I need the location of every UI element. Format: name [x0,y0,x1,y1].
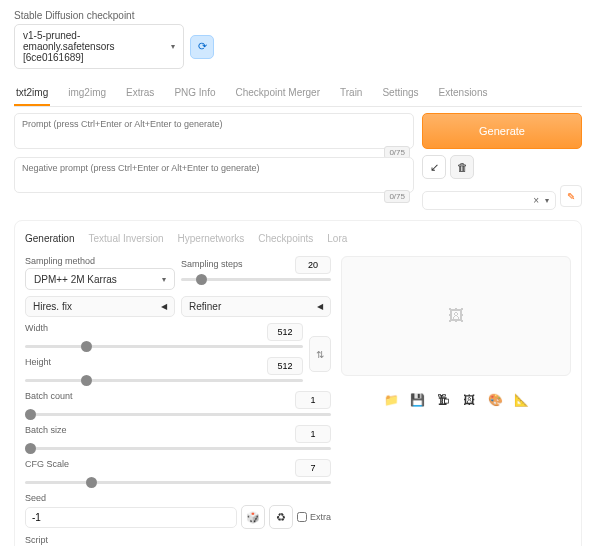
sampling-steps-label: Sampling steps [181,259,243,269]
batch-count-slider[interactable] [25,409,331,419]
subtab-hyper[interactable]: Hypernetworks [178,231,245,246]
batch-size-value[interactable] [295,425,331,443]
checkpoint-label: Stable Diffusion checkpoint [14,10,582,21]
swap-dimensions-button[interactable]: ⇅ [309,336,331,372]
subtab-ckpt[interactable]: Checkpoints [258,231,313,246]
cfg-label: CFG Scale [25,459,69,475]
checkpoint-select[interactable]: v1-5-pruned-emaonly.safetensors [6ce0161… [14,24,184,69]
tab-ckptmerger[interactable]: Checkpoint Merger [234,83,322,106]
height-label: Height [25,357,51,373]
arrow-button[interactable]: ↙ [422,155,446,179]
seed-reuse-button[interactable]: ♻ [269,505,293,529]
seed-input[interactable] [25,507,237,528]
tab-extras[interactable]: Extras [124,83,156,106]
negative-prompt-counter: 0/75 [384,190,410,203]
seed-random-button[interactable]: 🎲 [241,505,265,529]
tab-train[interactable]: Train [338,83,364,106]
output-preview: 🖼 [341,256,571,376]
cfg-slider[interactable] [25,477,331,487]
negative-prompt-input[interactable] [14,157,414,193]
width-label: Width [25,323,48,339]
save-icon[interactable]: 💾 [409,392,425,408]
batch-count-label: Batch count [25,391,73,407]
sampling-steps-slider[interactable] [181,274,331,284]
script-label: Script [25,535,331,545]
tab-pnginfo[interactable]: PNG Info [172,83,217,106]
send-extras-icon[interactable]: 📐 [513,392,529,408]
refresh-checkpoint-button[interactable]: ⟳ [190,35,214,59]
tab-settings[interactable]: Settings [380,83,420,106]
styles-caret-icon[interactable]: ▾ [545,196,549,205]
folder-icon[interactable]: 📁 [383,392,399,408]
prompt-input[interactable] [14,113,414,149]
refiner-collapse[interactable]: Refiner◀ [181,296,331,317]
batch-count-value[interactable] [295,391,331,409]
sampling-method-label: Sampling method [25,256,175,266]
caret-left-icon: ◀ [161,302,167,311]
trash-button[interactable]: 🗑 [450,155,474,179]
sampling-method-select[interactable]: DPM++ 2M Karras [25,268,175,290]
clear-styles-icon[interactable]: × [533,195,539,206]
generate-button[interactable]: Generate [422,113,582,149]
edit-styles-button[interactable]: ✎ [560,185,582,207]
subtab-textual[interactable]: Textual Inversion [88,231,163,246]
zip-icon[interactable]: 🗜 [435,392,451,408]
send-inpaint-icon[interactable]: 🎨 [487,392,503,408]
image-placeholder-icon: 🖼 [448,307,464,325]
width-slider[interactable] [25,341,303,351]
tab-txt2img[interactable]: txt2img [14,83,50,106]
send-img2img-icon[interactable]: 🖼 [461,392,477,408]
tab-extensions[interactable]: Extensions [437,83,490,106]
hires-fix-collapse[interactable]: Hires. fix◀ [25,296,175,317]
seed-extra-checkbox[interactable]: Extra [297,512,331,522]
seed-label: Seed [25,493,331,503]
batch-size-label: Batch size [25,425,67,441]
caret-left-icon: ◀ [317,302,323,311]
cfg-value[interactable] [295,459,331,477]
styles-select[interactable]: × ▾ [422,191,556,210]
tab-img2img[interactable]: img2img [66,83,108,106]
height-value[interactable] [267,357,303,375]
batch-size-slider[interactable] [25,443,331,453]
main-tabs: txt2img img2img Extras PNG Info Checkpoi… [14,83,582,107]
width-value[interactable] [267,323,303,341]
subtab-lora[interactable]: Lora [327,231,347,246]
sampling-steps-value[interactable] [295,256,331,274]
subtab-generation[interactable]: Generation [25,231,74,246]
height-slider[interactable] [25,375,303,385]
